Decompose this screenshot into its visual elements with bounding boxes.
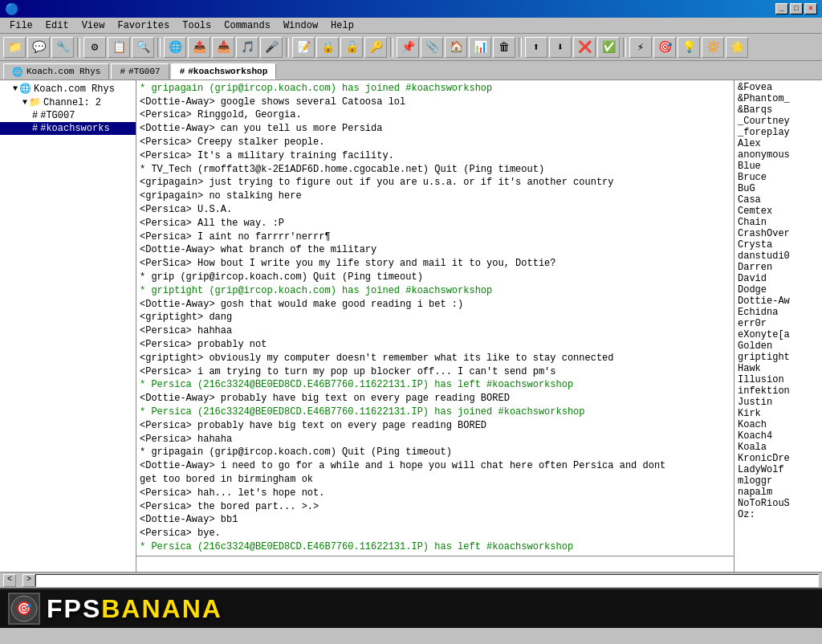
toolbar-btn-14[interactable]: 🔓 (340, 37, 363, 58)
toolbar-btn-2[interactable]: 💬 (27, 37, 50, 58)
toolbar-btn-4[interactable]: ⚙ (83, 37, 106, 58)
menu-edit[interactable]: Edit (39, 18, 75, 33)
user-list-item[interactable]: _foreplay (736, 127, 820, 138)
user-list-item[interactable]: Blue (736, 161, 820, 172)
user-list-item[interactable]: mloggr (736, 475, 820, 487)
toolbar-btn-3[interactable]: 🔧 (51, 37, 74, 58)
user-list-item[interactable]: Koach4 (736, 430, 820, 442)
user-list-item[interactable]: Crysta (736, 239, 820, 251)
user-list-item[interactable]: Koach (736, 419, 820, 430)
user-list-item[interactable]: Casa (736, 194, 820, 206)
user-list-item[interactable]: Golden (736, 340, 820, 352)
user-list-item[interactable]: griptight (736, 352, 820, 363)
toolbar-btn-16[interactable]: 📌 (397, 37, 419, 58)
user-list-item[interactable]: KronicDre (736, 453, 820, 464)
user-list-item[interactable]: David (736, 273, 820, 284)
tab-koach-rhys-icon: 🌐 (12, 67, 23, 77)
user-list-item[interactable]: err0r (736, 318, 820, 329)
toolbar-btn-11[interactable]: 🎤 (260, 37, 283, 58)
user-list-item[interactable]: Chain (736, 217, 820, 228)
user-list-item[interactable]: Illusion (736, 374, 820, 385)
main-layout: ▼ 🌐 Koach.com Rhys ▼ 📁 Channel: 2 # #TG0… (0, 80, 822, 572)
toolbar-btn-24[interactable]: ✅ (597, 37, 620, 58)
chat-message: <Persica> U.S.A. (140, 203, 730, 217)
toolbar-btn-27[interactable]: 💡 (678, 37, 700, 58)
user-list-item[interactable]: anonymous (736, 149, 820, 161)
chat-message: <Dottie-Away> can you tell us more Persi… (140, 122, 730, 136)
toolbar-btn-29[interactable]: 🌟 (726, 37, 748, 58)
banner-text: FPSBANANA (47, 594, 222, 624)
chat-message: * Persica (216c3324@BE0ED8CD.E46B7760.11… (140, 406, 730, 419)
user-list-item[interactable]: LadyWolf (736, 464, 820, 475)
user-list-item[interactable]: napalm (736, 487, 820, 498)
user-list-item[interactable]: eXonyte[a (736, 329, 820, 340)
user-list-item[interactable]: _Courtney (736, 116, 820, 127)
user-list-item[interactable]: Kirk (736, 408, 820, 419)
user-list-item[interactable]: danstudi0 (736, 251, 820, 262)
user-list-item[interactable]: &Fovea (736, 82, 820, 93)
toolbar-btn-6[interactable]: 🔍 (132, 37, 154, 58)
user-list-item[interactable]: CrashOver (736, 228, 820, 239)
sidebar-item-channel-group[interactable]: ▼ 📁 Channel: 2 (0, 96, 136, 109)
menu-window[interactable]: Window (277, 18, 324, 33)
tree-arrow-channel: ▼ (22, 98, 27, 107)
user-list-item[interactable]: NoToRiouS (736, 498, 820, 509)
sidebar-item-koachsworkshop[interactable]: # #koachsworks (0, 122, 136, 135)
toolbar-btn-18[interactable]: 🏠 (445, 37, 467, 58)
toolbar-btn-23[interactable]: ❌ (573, 37, 596, 58)
toolbar-btn-8[interactable]: 📤 (188, 37, 210, 58)
menu-favorites[interactable]: Favorites (111, 18, 176, 33)
user-list-item[interactable]: Oz: (736, 509, 820, 520)
toolbar-btn-20[interactable]: 🗑 (493, 37, 515, 58)
toolbar-btn-9[interactable]: 📥 (212, 37, 234, 58)
chat-message: <Dottie-Away> google shows several Catoo… (140, 96, 730, 109)
user-list-item[interactable]: Dottie-Aw (736, 296, 820, 307)
user-list-item[interactable]: Dodge (736, 284, 820, 296)
sidebar-item-koach-server[interactable]: ▼ 🌐 Koach.com Rhys (0, 82, 136, 96)
toolbar-btn-26[interactable]: 🎯 (653, 37, 676, 58)
toolbar-btn-1[interactable]: 📁 (3, 37, 26, 58)
user-list-item[interactable]: Darren (736, 262, 820, 273)
toolbar-btn-25[interactable]: ⚡ (629, 37, 652, 58)
close-button[interactable]: × (804, 3, 817, 14)
toolbar-btn-12[interactable]: 📝 (292, 37, 315, 58)
toolbar-btn-10[interactable]: 🎵 (236, 37, 258, 58)
tab-tg007-label: #TG007 (128, 67, 161, 76)
user-list-item[interactable]: Justin (736, 397, 820, 408)
user-list-item[interactable]: Hawk (736, 363, 820, 374)
menu-tools[interactable]: Tools (176, 18, 218, 33)
user-list-item[interactable]: &Barqs (736, 104, 820, 116)
menu-file[interactable]: File (3, 18, 39, 33)
toolbar-btn-5[interactable]: 📋 (108, 37, 130, 58)
user-list-item[interactable]: Cemtex (736, 206, 820, 217)
user-list-item[interactable]: Echidna (736, 307, 820, 318)
user-list-item[interactable]: infektion (736, 385, 820, 397)
tab-koachsworkshop[interactable]: # #koachsworkshop (171, 63, 277, 79)
user-list-item[interactable]: Bruce (736, 172, 820, 183)
chat-input[interactable] (136, 556, 734, 572)
toolbar-btn-28[interactable]: 🔆 (702, 37, 724, 58)
toolbar-btn-17[interactable]: 📎 (421, 37, 443, 58)
toolbar-btn-15[interactable]: 🔑 (364, 37, 387, 58)
scroll-left-button[interactable]: < (3, 574, 16, 587)
tab-tg007[interactable]: # #TG007 (111, 63, 169, 79)
toolbar-btn-22[interactable]: ⬇ (549, 37, 572, 58)
toolbar-btn-21[interactable]: ⬆ (525, 37, 547, 58)
toolbar-btn-13[interactable]: 🔒 (316, 37, 339, 58)
user-list-item[interactable]: Koala (736, 442, 820, 453)
sidebar-item-tg007[interactable]: # #TG007 (0, 109, 136, 122)
scroll-right-button[interactable]: > (22, 574, 35, 587)
user-list-item[interactable]: BuG (736, 183, 820, 194)
menu-help[interactable]: Help (324, 18, 360, 33)
user-list-item[interactable]: &Phantom_ (736, 93, 820, 104)
statusbar-input[interactable] (35, 574, 819, 587)
tab-koach-rhys[interactable]: 🌐 Koach.com Rhys (3, 63, 109, 79)
toolbar-btn-19[interactable]: 📊 (469, 37, 491, 58)
user-list-item[interactable]: Alex (736, 138, 820, 149)
maximize-button[interactable]: □ (790, 3, 803, 14)
menu-commands[interactable]: Commands (218, 18, 277, 33)
menu-view[interactable]: View (75, 18, 112, 33)
chat-messages[interactable]: <Rhys> hey* gripagain (grip@ircop.koach.… (136, 80, 734, 556)
toolbar-btn-7[interactable]: 🌐 (164, 37, 186, 58)
minimize-button[interactable]: _ (775, 3, 788, 14)
